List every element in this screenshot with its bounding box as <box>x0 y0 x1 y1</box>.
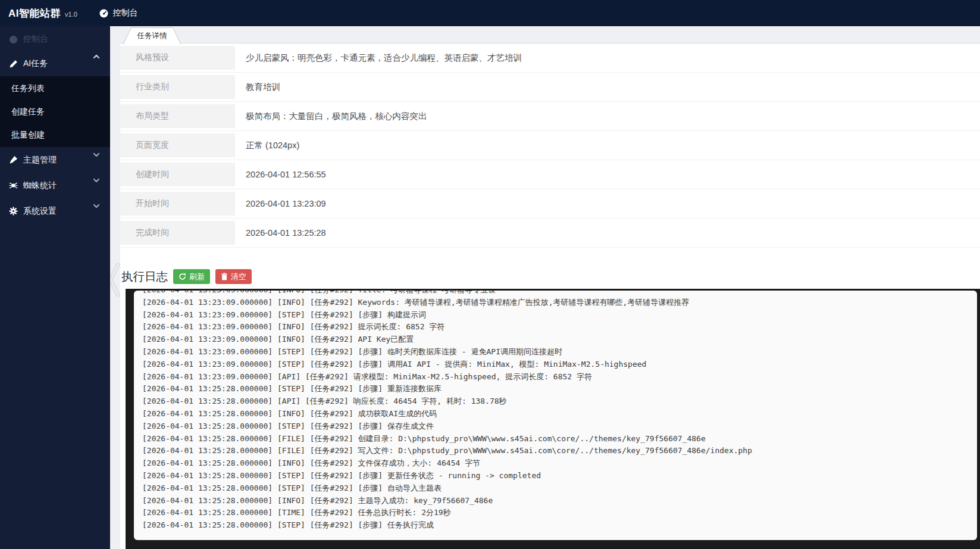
gear-icon <box>8 207 18 216</box>
row-value: 少儿启蒙风：明亮色彩，卡通元素，适合少儿编程、英语启蒙、才艺培训 <box>235 43 980 72</box>
chevron-down-icon <box>92 202 101 212</box>
log-line: [2026-04-01 13:25:28.000000] [INFO] [任务#… <box>142 495 977 507</box>
execution-log-scroll-area[interactable]: [2026-04-01 13:23:09.000000] [INFO] [任务#… <box>134 291 977 540</box>
brush-icon <box>8 155 18 164</box>
topnav-console-label: 控制台 <box>113 8 138 18</box>
row-value: 正常 (1024px) <box>235 131 980 160</box>
sidebar-item-label: 系统设置 <box>23 206 57 217</box>
log-line: [2026-04-01 13:25:28.000000] [STEP] [任务#… <box>142 470 977 482</box>
table-row: 创建时间 2026-04-01 12:56:55 <box>120 160 980 189</box>
spider-icon <box>8 181 18 190</box>
sidebar-item-label: 控制台 <box>23 34 48 45</box>
tab-bar: 任务详情 <box>120 27 980 43</box>
row-label: 布局类型 <box>120 102 235 130</box>
log-line: [2026-04-01 13:25:28.000000] [STEP] [任务#… <box>142 519 977 532</box>
sidebar-item-label: 主题管理 <box>23 155 57 166</box>
log-line: [2026-04-01 13:25:28.000000] [TIME] [任务#… <box>142 507 977 519</box>
log-line: [2026-04-01 13:23:09.000000] [STEP] [任务#… <box>142 309 977 322</box>
sidebar-item-system-settings[interactable]: 系统设置 <box>0 198 110 224</box>
chevron-up-icon <box>92 52 101 63</box>
table-row: 开始时间 2026-04-01 13:23:09 <box>120 189 980 219</box>
table-row: 页面宽度 正常 (1024px) <box>120 131 980 160</box>
chevron-down-icon <box>92 176 101 186</box>
log-line: [2026-04-01 13:25:28.000000] [INFO] [任务#… <box>142 457 977 470</box>
sidebar-item-label: 蜘蛛统计 <box>23 180 57 191</box>
log-line: [2026-04-01 13:25:28.000000] [STEP] [任务#… <box>142 420 977 433</box>
execution-log-title: 执行日志 <box>121 269 168 285</box>
sidebar: 控制台 AI任务 任务列表 创建任务 批量创建 主题管理 <box>0 26 110 549</box>
clear-button[interactable]: 清空 <box>215 269 252 284</box>
sidebar-item-spider-stats[interactable]: 蜘蛛统计 <box>0 173 110 198</box>
row-label: 页面宽度 <box>120 131 235 160</box>
gauge-icon <box>8 35 18 44</box>
log-line: [2026-04-01 13:25:28.000000] [STEP] [任务#… <box>142 482 977 495</box>
tab-task-details[interactable]: 任务详情 <box>123 27 181 44</box>
top-bar: AI智能站群 v1.0 控制台 <box>0 0 980 26</box>
row-value: 教育培训 <box>235 73 980 101</box>
sidebar-item-create-task[interactable]: 创建任务 <box>0 100 110 123</box>
sidebar-submenu-ai-tasks: 任务列表 创建任务 批量创建 <box>0 76 110 147</box>
table-row: 风格预设 少儿启蒙风：明亮色彩，卡通元素，适合少儿编程、英语启蒙、才艺培训 <box>120 43 980 73</box>
row-label: 开始时间 <box>120 189 235 218</box>
execution-log-console: [2026-04-01 13:23:09.000000] [INFO] [任务#… <box>126 289 980 549</box>
chevron-down-icon <box>92 151 101 161</box>
log-line: [2026-04-01 13:25:28.000000] [INFO] [任务#… <box>142 408 977 420</box>
row-value: 2026-04-01 13:25:28 <box>235 219 980 247</box>
log-line: [2026-04-01 13:23:09.000000] [INFO] [任务#… <box>142 333 977 346</box>
log-lines: [2026-04-01 13:23:09.000000] [INFO] [任务#… <box>142 291 977 532</box>
refresh-button[interactable]: 刷新 <box>173 269 210 284</box>
log-line: [2026-04-01 13:23:09.000000] [INFO] [任务#… <box>142 321 977 333</box>
refresh-icon <box>179 273 186 280</box>
table-row: 布局类型 极简布局：大量留白，极简风格，核心内容突出 <box>120 102 980 131</box>
sidebar-item-batch-create[interactable]: 批量创建 <box>0 123 110 146</box>
execution-log-header: 执行日志 刷新 清空 <box>121 269 252 285</box>
row-value: 2026-04-01 13:23:09 <box>235 189 980 218</box>
log-line: [2026-04-01 13:25:28.000000] [API] [任务#2… <box>142 395 977 408</box>
row-label: 创建时间 <box>120 160 235 189</box>
table-row: 完成时间 2026-04-01 13:25:28 <box>120 219 980 248</box>
app-title: AI智能站群 <box>8 7 61 20</box>
sidebar-item-console: 控制台 <box>0 27 110 51</box>
sidebar-item-label: AI任务 <box>23 58 48 69</box>
log-line: [2026-04-01 13:23:09.000000] [STEP] [任务#… <box>142 358 977 371</box>
trash-icon <box>221 273 228 280</box>
pencil-icon <box>8 60 18 68</box>
topnav-console[interactable]: 控制台 <box>99 8 138 18</box>
row-label: 完成时间 <box>120 219 235 247</box>
tab-label: 任务详情 <box>124 28 180 44</box>
log-line: [2026-04-01 13:25:28.000000] [FILE] [任务#… <box>142 433 977 445</box>
log-line: [2026-04-01 13:23:09.000000] [INFO] [任务#… <box>142 297 977 309</box>
sidebar-item-task-list[interactable]: 任务列表 <box>0 77 110 100</box>
row-label: 风格预设 <box>120 43 235 72</box>
table-row: 行业类别 教育培训 <box>120 73 980 102</box>
log-line: [2026-04-01 13:23:09.000000] [STEP] [任务#… <box>142 346 977 358</box>
log-line: [2026-04-01 13:25:28.000000] [FILE] [任务#… <box>142 445 977 457</box>
row-value: 极简布局：大量留白，极简风格，核心内容突出 <box>235 102 980 130</box>
sidebar-item-ai-tasks[interactable]: AI任务 <box>0 51 110 76</box>
log-line: [2026-04-01 13:23:09.000000] [INFO] [任务#… <box>142 291 977 297</box>
log-line: [2026-04-01 13:23:09.000000] [API] [任务#2… <box>142 371 977 383</box>
log-line: [2026-04-01 13:25:28.000000] [STEP] [任务#… <box>142 383 977 395</box>
gauge-icon <box>99 8 109 18</box>
row-value: 2026-04-01 12:56:55 <box>235 160 980 189</box>
sidebar-item-theme-management[interactable]: 主题管理 <box>0 147 110 173</box>
row-label: 行业类别 <box>120 73 235 101</box>
app-version: v1.0 <box>65 11 77 18</box>
